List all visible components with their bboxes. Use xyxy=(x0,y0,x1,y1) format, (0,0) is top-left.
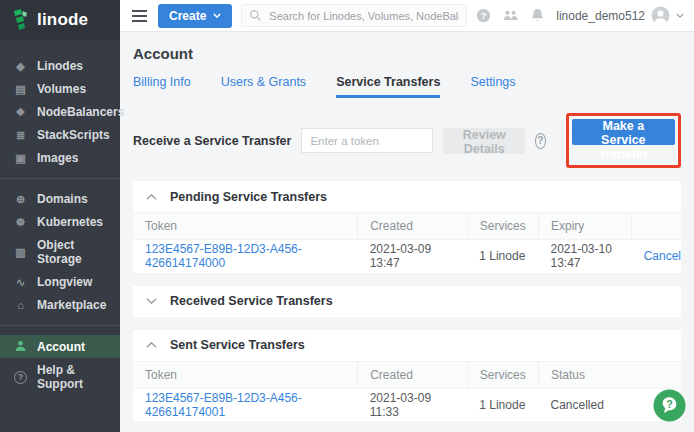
sidebar-item-nodebalancers[interactable]: ❖ NodeBalancers xyxy=(0,101,120,123)
search-icon xyxy=(249,9,262,22)
create-button-label: Create xyxy=(169,9,206,23)
person-icon xyxy=(13,339,28,354)
pending-transfers-table: Token Created Services Expiry 123E4567-E… xyxy=(133,212,681,273)
linode-logo[interactable]: linode xyxy=(0,0,120,40)
tab-settings[interactable]: Settings xyxy=(470,75,515,98)
page-title: Account xyxy=(133,45,681,62)
sent-transfers-header[interactable]: Sent Service Transfers xyxy=(133,330,681,361)
panel-title: Received Service Transfers xyxy=(170,294,333,308)
nodebalancers-icon: ❖ xyxy=(13,107,28,118)
highlight-annotation: Make a Service Transfer xyxy=(566,113,681,168)
sidebar-item-longview[interactable]: ∿ Longview xyxy=(0,271,120,293)
sidebar-item-label: Domains xyxy=(37,192,88,206)
received-transfers-panel: Received Service Transfers xyxy=(133,286,681,317)
notifications-bell-icon[interactable] xyxy=(531,8,544,23)
sidebar-item-label: Linodes xyxy=(37,59,83,73)
marketplace-icon: ⌂ xyxy=(13,300,28,311)
sidebar-divider xyxy=(0,325,120,326)
sidebar-item-marketplace[interactable]: ⌂ Marketplace xyxy=(0,294,120,316)
stackscripts-icon: ≣ xyxy=(13,130,28,141)
sidebar-item-linodes[interactable]: ◆ Linodes xyxy=(0,55,120,77)
sidebar-item-label: Marketplace xyxy=(37,298,106,312)
search-input[interactable] xyxy=(269,10,459,22)
create-button[interactable]: Create xyxy=(158,4,232,28)
token-link[interactable]: 123E4567-E89B-12D3-A456-426614174000 xyxy=(145,242,302,270)
received-transfers-header[interactable]: Received Service Transfers xyxy=(133,286,681,317)
sidebar-item-domains[interactable]: ⊕ Domains xyxy=(0,188,120,210)
tab-users-grants[interactable]: Users & Grants xyxy=(221,75,306,98)
hamburger-menu-icon[interactable] xyxy=(130,6,149,26)
tab-billing-info[interactable]: Billing Info xyxy=(133,75,191,98)
sidebar-item-help-support[interactable]: ? Help & Support xyxy=(0,359,120,395)
column-header-services: Services xyxy=(467,213,538,240)
sidebar-item-label: Images xyxy=(37,151,78,165)
sidebar-item-label: Longview xyxy=(37,275,92,289)
sidebar-item-account[interactable]: Account xyxy=(0,335,120,358)
sidebar-item-label: Kubernetes xyxy=(37,215,103,229)
sidebar-item-object-storage[interactable]: ▥ Object Storage xyxy=(0,234,120,270)
sidebar-item-label: Volumes xyxy=(37,82,86,96)
sidebar-divider xyxy=(0,178,120,179)
pending-transfers-header[interactable]: Pending Service Transfers xyxy=(133,181,681,212)
object-storage-icon: ▥ xyxy=(13,247,28,258)
services-cell: 1 Linode xyxy=(467,388,538,421)
token-input[interactable] xyxy=(301,128,433,153)
domains-icon: ⊕ xyxy=(13,194,28,205)
linode-logo-icon xyxy=(11,9,31,31)
chevron-down-icon xyxy=(213,13,221,18)
global-search[interactable] xyxy=(241,4,467,27)
chevron-down-icon xyxy=(146,297,157,305)
user-menu[interactable]: linode_demo512 xyxy=(556,6,684,25)
community-icon[interactable] xyxy=(503,9,519,22)
sidebar-item-kubernetes[interactable]: ☸ Kubernetes xyxy=(0,211,120,233)
sidebar-item-stackscripts[interactable]: ≣ StackScripts xyxy=(0,124,120,146)
created-cell: 2021-03-09 13:47 xyxy=(358,240,468,273)
chevron-up-icon xyxy=(146,341,157,349)
main-content: Account Billing Info Users & Grants Serv… xyxy=(120,32,694,432)
pending-transfers-panel: Pending Service Transfers Token Created … xyxy=(133,181,681,273)
column-header-expiry: Expiry xyxy=(539,213,632,240)
help-bubble-button[interactable]: ? xyxy=(652,388,687,427)
cancel-link[interactable]: Cancel xyxy=(644,249,681,263)
longview-icon: ∿ xyxy=(13,277,28,288)
make-service-transfer-button[interactable]: Make a Service Transfer xyxy=(572,119,675,145)
sidebar-item-label: StackScripts xyxy=(37,128,110,142)
chevron-down-icon xyxy=(676,13,684,18)
help-icon[interactable]: ? xyxy=(476,8,491,23)
images-icon: ▣ xyxy=(13,153,28,164)
token-link[interactable]: 123E4567-E89B-12D3-A456-426614174001 xyxy=(145,391,302,419)
volumes-icon: ▤ xyxy=(13,84,28,95)
panel-title: Sent Service Transfers xyxy=(170,338,305,352)
linode-cube-icon: ◆ xyxy=(13,61,28,72)
column-header-services: Services xyxy=(467,361,538,388)
sidebar-item-label: Account xyxy=(37,340,85,354)
kubernetes-icon: ☸ xyxy=(13,217,28,228)
sent-transfers-table: Token Created Services Status 123E4567-E… xyxy=(133,361,681,422)
account-tabs: Billing Info Users & Grants Service Tran… xyxy=(133,75,681,98)
created-cell: 2021-03-09 11:33 xyxy=(358,388,468,421)
sidebar-item-label: NodeBalancers xyxy=(37,105,124,119)
column-header-token: Token xyxy=(133,213,358,240)
sidebar-item-label: Help & Support xyxy=(37,363,116,391)
top-bar: Create ? linode_demo512 xyxy=(120,0,694,32)
column-header-created: Created xyxy=(358,361,468,388)
svg-text:?: ? xyxy=(481,11,487,21)
column-header-status: Status xyxy=(539,361,682,388)
logo-text: linode xyxy=(37,10,88,30)
help-tooltip-icon[interactable]: ? xyxy=(535,133,546,149)
help-bubble-icon: ? xyxy=(652,388,687,423)
column-header-created: Created xyxy=(358,213,468,240)
expiry-cell: 2021-03-10 13:47 xyxy=(539,240,632,273)
column-header-token: Token xyxy=(133,361,358,388)
panel-title: Pending Service Transfers xyxy=(170,190,327,204)
sidebar-item-images[interactable]: ▣ Images xyxy=(0,147,120,169)
sidebar-item-label: Object Storage xyxy=(37,238,116,266)
review-details-button[interactable]: Review Details xyxy=(443,128,525,154)
chevron-up-icon xyxy=(146,193,157,201)
sidebar: linode ◆ Linodes ▤ Volumes ❖ NodeBalance… xyxy=(0,0,120,432)
tab-service-transfers[interactable]: Service Transfers xyxy=(336,75,440,98)
table-row: 123E4567-E89B-12D3-A456-426614174001 202… xyxy=(133,388,681,421)
question-icon: ? xyxy=(13,371,28,384)
receive-transfer-label: Receive a Service Transfer xyxy=(133,134,291,148)
sidebar-item-volumes[interactable]: ▤ Volumes xyxy=(0,78,120,100)
